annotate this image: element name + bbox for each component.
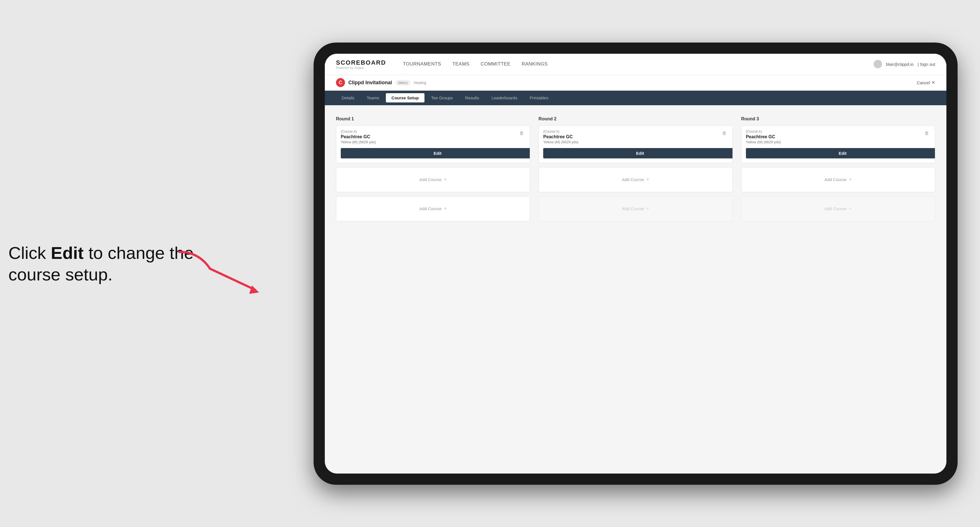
round-1-course-header: (Course A) Peachtree GC Yellow (M) (6629… [336,125,530,144]
round-2-course-card: (Course A) Peachtree GC Yellow (M) (6629… [538,125,732,163]
rounds-grid: Round 1 (Course A) Peachtree GC Yellow (… [336,116,935,225]
tab-details[interactable]: Details [336,93,360,102]
logo-sub-text: Powered by clippd [336,66,386,70]
nav-rankings[interactable]: RANKINGS [522,61,548,67]
tab-leaderboards[interactable]: Leaderboards [486,93,523,102]
tournament-logo: C [336,78,345,87]
tab-printables[interactable]: Printables [524,93,554,102]
tab-results[interactable]: Results [460,93,485,102]
round-3-delete-button[interactable]: 🗑 [923,130,931,137]
round-1-course-info: (Course A) Peachtree GC Yellow (M) (6629… [341,130,518,144]
round-1-column: Round 1 (Course A) Peachtree GC Yellow (… [336,116,530,225]
tournament-info: C Clippd Invitational (Men) Hosting [336,78,426,87]
round-3-column: Round 3 (Course A) Peachtree GC Yellow (… [741,116,935,225]
round-2-add-course-2: Add Course + [538,196,732,221]
content-area: Round 1 (Course A) Peachtree GC Yellow (… [325,105,947,473]
tournament-gender: (Men) [395,80,410,85]
round-1-edit-button[interactable]: Edit [341,148,530,159]
round-3-course-header: (Course A) Peachtree GC Yellow (M) (6629… [741,125,935,144]
round-1-course-details: Yellow (M) (6629 yds) [341,140,518,144]
cancel-icon: ✕ [932,80,935,85]
round-2-edit-button[interactable]: Edit [543,148,732,159]
round-3-course-info: (Course A) Peachtree GC Yellow (M) (6629… [746,130,923,144]
hosting-badge: Hosting [414,81,426,85]
round-1-add-course-2[interactable]: Add Course + [336,196,530,221]
sub-header: C Clippd Invitational (Men) Hosting Canc… [325,75,947,90]
top-nav: SCOREBOARD Powered by clippd TOURNAMENTS… [325,54,947,75]
round-1-label: Round 1 [336,116,530,121]
nav-teams[interactable]: TEAMS [452,61,469,67]
logo-main-text: SCOREBOARD [336,59,386,66]
round-3-label: Round 3 [741,116,935,121]
round-2-course-header: (Course A) Peachtree GC Yellow (M) (6629… [539,125,732,144]
user-email: blair@clippd.io [886,62,914,67]
nav-committee[interactable]: COMMITTEE [480,61,511,67]
user-section: blair@clippd.io | Sign out [873,60,935,68]
scoreboard-logo: SCOREBOARD Powered by clippd [336,59,386,70]
plus-icon-6: + [849,206,852,211]
plus-icon-1: + [444,176,447,183]
round-1-course-card: (Course A) Peachtree GC Yellow (M) (6629… [336,125,530,163]
plus-icon-4: + [646,206,649,211]
plus-icon-3: + [646,176,649,183]
plus-icon-2: + [444,206,447,211]
round-1-delete-button[interactable]: 🗑 [518,130,525,137]
round-3-course-details: Yellow (M) (6629 yds) [746,140,923,144]
sign-out-link[interactable]: | Sign out [918,62,935,67]
round-1-add-course-1[interactable]: Add Course + [336,167,530,192]
round-3-add-course-1[interactable]: Add Course + [741,167,935,192]
tab-teams[interactable]: Teams [361,93,385,102]
tournament-name: Clippd Invitational [348,80,392,86]
round-2-course-name: Peachtree GC [543,134,721,140]
nav-tournaments[interactable]: TOURNAMENTS [403,61,441,67]
round-3-course-name: Peachtree GC [746,134,923,140]
round-2-course-tag: (Course A) [543,130,721,133]
round-3-course-card: (Course A) Peachtree GC Yellow (M) (6629… [741,125,935,163]
round-3-add-course-2: Add Course + [741,196,935,221]
round-2-add-course-1[interactable]: Add Course + [538,167,732,192]
round-2-label: Round 2 [538,116,732,121]
round-2-course-details: Yellow (M) (6629 yds) [543,140,721,144]
round-3-edit-button[interactable]: Edit [746,148,935,159]
tab-course-setup[interactable]: Course Setup [386,93,425,102]
instruction-part1: Click [8,243,51,262]
main-nav: TOURNAMENTS TEAMS COMMITTEE RANKINGS [403,61,873,67]
svg-marker-0 [249,286,259,294]
round-1-course-tag: (Course A) [341,130,518,133]
tablet-screen: SCOREBOARD Powered by clippd TOURNAMENTS… [325,54,947,473]
instruction-bold: Edit [51,243,84,262]
tab-bar: Details Teams Course Setup Tee Groups Re… [325,90,947,105]
plus-icon-5: + [849,176,852,183]
tab-tee-groups[interactable]: Tee Groups [426,93,459,102]
user-avatar [873,60,882,68]
round-2-column: Round 2 (Course A) Peachtree GC Yellow (… [538,116,732,225]
round-3-course-tag: (Course A) [746,130,923,133]
round-2-delete-button[interactable]: 🗑 [721,130,728,137]
cancel-button[interactable]: Cancel ✕ [917,80,935,85]
round-1-course-name: Peachtree GC [341,134,518,140]
round-2-course-info: (Course A) Peachtree GC Yellow (M) (6629… [543,130,721,144]
tablet-frame: SCOREBOARD Powered by clippd TOURNAMENTS… [313,43,958,485]
instruction-text: Click Edit to change the course setup. [8,242,199,285]
